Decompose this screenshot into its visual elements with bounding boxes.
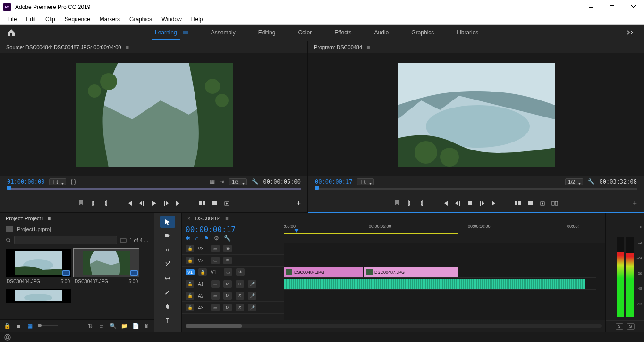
menu-file[interactable]: File bbox=[3, 15, 21, 24]
menu-window[interactable]: Window bbox=[157, 15, 186, 24]
add-button[interactable]: + bbox=[297, 199, 301, 208]
timeline-zoom-scrollbar[interactable] bbox=[186, 324, 602, 328]
lock-icon[interactable]: 🔒 bbox=[198, 268, 207, 276]
wrench-icon[interactable]: 🔧 bbox=[224, 235, 231, 242]
track-a1[interactable]: 🔒A1▭MS🎤 bbox=[182, 278, 284, 290]
menu-sequence[interactable]: Sequence bbox=[60, 15, 95, 24]
menu-graphics[interactable]: Graphics bbox=[125, 15, 157, 24]
source-timecode-in[interactable]: 01:00:00:00 bbox=[7, 178, 44, 185]
program-monitor[interactable] bbox=[398, 63, 555, 167]
project-tab-label[interactable]: Project: Project1 bbox=[6, 216, 44, 221]
snap-icon[interactable]: ✱ bbox=[186, 235, 190, 242]
settings-icon[interactable]: ⚙ bbox=[214, 235, 219, 242]
mark-in-icon[interactable] bbox=[406, 200, 413, 207]
mic-icon[interactable]: 🎤 bbox=[248, 280, 256, 288]
minimize-button[interactable] bbox=[580, 0, 602, 14]
export-frame-icon[interactable] bbox=[539, 200, 546, 207]
overwrite-icon[interactable] bbox=[211, 200, 218, 207]
export-frame-icon[interactable] bbox=[223, 200, 230, 207]
lock-icon[interactable]: 🔒 bbox=[186, 257, 194, 264]
play-icon[interactable] bbox=[151, 200, 157, 207]
solo-right[interactable]: S bbox=[627, 323, 635, 330]
menu-markers[interactable]: Markers bbox=[95, 15, 125, 24]
pen-tool[interactable] bbox=[160, 286, 175, 299]
mic-icon[interactable]: 🎤 bbox=[248, 304, 256, 311]
eye-icon[interactable]: 👁 bbox=[236, 268, 245, 276]
step-icon[interactable]: ⇥ bbox=[220, 178, 224, 185]
markers-icon[interactable]: ⚑ bbox=[204, 235, 209, 242]
home-icon[interactable] bbox=[7, 28, 16, 37]
add-button[interactable]: + bbox=[633, 199, 637, 208]
panel-menu-icon[interactable] bbox=[183, 30, 188, 35]
workspace-assembly[interactable]: Assembly bbox=[211, 25, 236, 40]
panel-menu-icon[interactable]: ≡ bbox=[225, 216, 228, 221]
bracket-icon[interactable]: { } bbox=[71, 178, 76, 185]
workspace-editing[interactable]: Editing bbox=[258, 25, 276, 40]
eye-icon[interactable]: 👁 bbox=[223, 245, 232, 252]
program-scrubber[interactable] bbox=[315, 188, 637, 190]
search-input[interactable] bbox=[14, 236, 117, 244]
program-timecode-in[interactable]: 00:00:00:17 bbox=[315, 178, 352, 185]
comparison-icon[interactable] bbox=[551, 200, 558, 207]
extract-icon[interactable] bbox=[527, 200, 534, 207]
selection-tool[interactable] bbox=[160, 216, 175, 228]
new-bin-icon[interactable] bbox=[120, 237, 127, 243]
workspace-color[interactable]: Color bbox=[298, 25, 312, 40]
lock-icon[interactable]: 🔒 bbox=[186, 245, 194, 252]
track-v1[interactable]: V1🔒V1▭👁 bbox=[182, 267, 284, 278]
source-patch-icon[interactable]: ▭ bbox=[211, 257, 220, 264]
creative-cloud-icon[interactable] bbox=[4, 334, 11, 341]
eye-icon[interactable]: 👁 bbox=[223, 257, 232, 264]
thumbnail-zoom-slider[interactable] bbox=[38, 325, 58, 326]
go-to-in-icon[interactable] bbox=[126, 200, 133, 207]
workspace-overflow-button[interactable] bbox=[618, 30, 644, 35]
menu-edit[interactable]: Edit bbox=[21, 15, 41, 24]
timeline-playhead[interactable] bbox=[294, 229, 299, 235]
hand-tool[interactable] bbox=[160, 300, 175, 313]
track-a2[interactable]: 🔒A2▭MS🎤 bbox=[182, 290, 284, 302]
track-v3[interactable]: 🔒V3▭👁 bbox=[182, 243, 284, 255]
panel-menu-icon[interactable]: ≡ bbox=[367, 44, 370, 50]
source-patch-icon[interactable]: ▭ bbox=[211, 245, 220, 252]
program-resolution-select[interactable]: 1/2▾ bbox=[565, 178, 583, 185]
icon-view-icon[interactable]: ▦ bbox=[26, 323, 33, 329]
timeline-ruler[interactable]: :00:00 00:00:05:00 00:00:10:00 00:00: bbox=[284, 224, 605, 243]
source-resolution-select[interactable]: 1/2▾ bbox=[229, 178, 247, 185]
sort-icon[interactable]: ⇅ bbox=[87, 323, 93, 329]
linked-selection-icon[interactable]: ∩ bbox=[195, 235, 199, 242]
type-tool[interactable]: T bbox=[160, 315, 175, 327]
lift-icon[interactable] bbox=[515, 200, 521, 207]
mic-icon[interactable]: 🎤 bbox=[248, 292, 256, 300]
project-item[interactable]: DSC00484.JPG5:00 bbox=[6, 249, 71, 284]
new-item-icon[interactable]: 📄 bbox=[132, 323, 139, 329]
timeline-clip[interactable]: DSC00484.JPG bbox=[284, 267, 363, 277]
source-zoom-select[interactable]: Fit▾ bbox=[49, 178, 66, 185]
source-scrubber[interactable] bbox=[7, 188, 301, 190]
project-item[interactable]: DSC00487.JPG5:00 bbox=[74, 249, 139, 284]
trash-icon[interactable]: 🗑 bbox=[144, 323, 150, 329]
step-back-icon[interactable] bbox=[138, 200, 145, 207]
timeline-audio-clip[interactable] bbox=[284, 279, 585, 289]
step-back-icon[interactable] bbox=[454, 200, 461, 207]
marker-icon[interactable] bbox=[394, 200, 400, 207]
new-bin-icon[interactable]: 📁 bbox=[121, 323, 127, 329]
mark-out-icon[interactable] bbox=[418, 200, 425, 207]
list-view-icon[interactable]: ≣ bbox=[15, 323, 22, 329]
lock-icon[interactable]: 🔓 bbox=[4, 323, 10, 329]
timeline-playhead-timecode[interactable]: 00:00:00:17 bbox=[186, 224, 280, 234]
timeline-clip[interactable]: DSC00487.JPG bbox=[364, 267, 458, 277]
lock-icon[interactable]: 🔒 bbox=[186, 292, 194, 300]
go-to-in-icon[interactable] bbox=[442, 200, 449, 207]
safe-margins-icon[interactable]: ▦ bbox=[210, 178, 215, 185]
workspace-graphics[interactable]: Graphics bbox=[411, 25, 434, 40]
menu-help[interactable]: Help bbox=[186, 15, 208, 24]
lock-icon[interactable]: 🔒 bbox=[186, 280, 194, 288]
panel-menu-icon[interactable]: ≡ bbox=[126, 44, 128, 50]
workspace-effects[interactable]: Effects bbox=[334, 25, 351, 40]
source-monitor[interactable] bbox=[76, 63, 233, 167]
automate-icon[interactable]: ⎌ bbox=[98, 323, 105, 329]
track-target[interactable]: V1 bbox=[186, 269, 195, 275]
insert-icon[interactable] bbox=[199, 200, 205, 207]
settings-icon[interactable]: 🔧 bbox=[252, 178, 259, 185]
lock-icon[interactable]: 🔒 bbox=[186, 304, 194, 311]
